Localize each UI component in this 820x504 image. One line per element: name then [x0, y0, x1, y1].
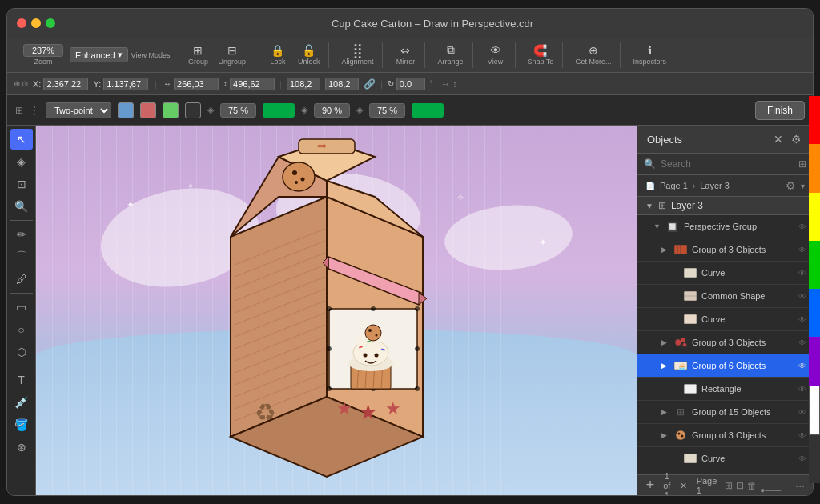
obj-row-group3-1[interactable]: ▶ Group of 3 Objects 👁 [637, 238, 813, 262]
persp-color-1[interactable] [118, 102, 134, 118]
persp-color-bar-2[interactable] [412, 103, 444, 118]
layer-options-button[interactable]: ⚙ [786, 179, 796, 192]
obj-vis-group15[interactable]: 👁 [798, 408, 806, 417]
remove-page-button[interactable]: × [678, 477, 688, 494]
alignment-button[interactable]: ⣿ Alignment [337, 42, 377, 68]
close-button[interactable] [17, 18, 26, 28]
obj-vis-curve-1[interactable]: 👁 [798, 269, 806, 278]
obj-vis-group6[interactable]: 👁 [798, 362, 806, 370]
finish-button[interactable]: Finish [755, 101, 805, 120]
zoom-slider[interactable]: ————●—— [760, 477, 792, 494]
ellipse-tool[interactable]: ○ [10, 319, 33, 340]
obj-toggle-perspective[interactable]: ▼ [653, 222, 661, 230]
ungroup-button[interactable]: ⊟ Ungroup [214, 42, 250, 68]
perspective-type-select[interactable]: Two-point [46, 102, 111, 118]
search-input[interactable] [661, 158, 794, 170]
palette-white[interactable] [809, 386, 813, 435]
lock-ratio-icon[interactable]: 🔗 [364, 78, 376, 90]
obj-toggle-group6[interactable]: ▶ [661, 362, 669, 370]
obj-row-curve-1[interactable]: Curve 👁 [637, 262, 813, 285]
lock-button[interactable]: 🔒 Lock [263, 42, 292, 68]
inspectors-button[interactable]: ℹ Inspectors [629, 42, 670, 68]
obj-row-group15[interactable]: ▶ ⊞ Group of 15 Objects 👁 [637, 401, 813, 424]
freehand-tool[interactable]: ✏ [10, 224, 33, 245]
obj-toggle-group3-2[interactable]: ▶ [661, 338, 669, 346]
y-input[interactable] [103, 78, 148, 90]
obj-vis-curve-3[interactable]: 👁 [798, 454, 806, 463]
interactive-tool[interactable]: ⊛ [10, 437, 33, 458]
opacity-2-input[interactable] [314, 103, 350, 118]
obj-vis-group3-1[interactable]: 👁 [798, 246, 806, 254]
obj-row-group3-2[interactable]: ▶ Group of 3 Objects 👁 [637, 331, 813, 354]
palette-green[interactable] [809, 241, 813, 289]
persp-color-bar-1[interactable] [263, 103, 295, 118]
get-more-button[interactable]: ⊕ Get More... [571, 42, 615, 68]
obj-toggle-group3-1[interactable]: ▶ [661, 246, 669, 254]
opacity-3-input[interactable] [369, 103, 405, 118]
opacity-1-input[interactable] [220, 103, 256, 118]
zoom-input[interactable] [23, 44, 63, 57]
persp-color-2[interactable] [140, 102, 156, 118]
canvas-area[interactable]: ✦ ✧ ✦ ✧ ✦ [36, 126, 637, 495]
eyedropper-tool[interactable]: 💉 [10, 392, 33, 413]
node-tool[interactable]: ◈ [10, 151, 33, 172]
add-page-button[interactable]: + [645, 477, 655, 494]
mirror-button[interactable]: ⇔ Mirror [391, 42, 420, 68]
obj-row-group6[interactable]: ▶ 🧁 Group of 6 Objects 👁 [637, 354, 813, 378]
palette-red[interactable] [809, 126, 813, 144]
status-icon-1[interactable]: ⊞ [725, 480, 733, 491]
view-button[interactable]: 👁 View [481, 42, 510, 68]
unlock-button[interactable]: 🔓 Unlock [294, 42, 324, 68]
palette-yellow[interactable] [809, 193, 813, 241]
obj-toggle-group15[interactable]: ▶ [661, 408, 669, 416]
obj-row-rectangle-1[interactable]: Rectangle 👁 [637, 378, 813, 401]
obj-vis-group3-2[interactable]: 👁 [798, 338, 806, 347]
group-button[interactable]: ⊞ Group [183, 42, 212, 68]
snap-to-button[interactable]: 🧲 Snap To [524, 42, 558, 68]
h2-input[interactable] [325, 78, 359, 90]
maximize-button[interactable] [46, 18, 55, 28]
arrange-button[interactable]: ⧉ Arrange [433, 42, 467, 68]
view-mode-button[interactable]: Enhanced ▾ [70, 47, 128, 62]
more-options-button[interactable]: ··· [795, 479, 805, 492]
bezier-tool[interactable]: ⌒ [10, 246, 33, 267]
obj-row-common-shape[interactable]: Common Shape 👁 [637, 285, 813, 308]
cursor-tool[interactable]: ↖ [10, 129, 33, 150]
x-input[interactable] [43, 78, 88, 90]
obj-row-perspective-group[interactable]: ▼ 🔲 Perspective Group 👁 [637, 215, 813, 238]
palette-purple[interactable] [809, 337, 813, 385]
minimize-button[interactable] [31, 18, 41, 28]
zoom-tool[interactable]: 🔍 [10, 196, 33, 217]
calligraphy-tool[interactable]: 🖊 [10, 269, 33, 290]
obj-row-curve-2[interactable]: Curve 👁 [637, 308, 813, 331]
obj-row-curve-3[interactable]: Curve 👁 [637, 447, 813, 470]
persp-color-4[interactable] [185, 102, 201, 118]
palette-orange[interactable] [809, 144, 813, 192]
h-input[interactable] [230, 78, 275, 90]
obj-vis-rectangle-1[interactable]: 👁 [798, 385, 806, 394]
obj-vis-curve-2[interactable]: 👁 [798, 315, 806, 324]
palette-black[interactable] [809, 435, 813, 483]
obj-vis-common-shape[interactable]: 👁 [798, 292, 806, 301]
obj-vis-group3-3[interactable]: 👁 [798, 431, 806, 440]
w2-input[interactable] [287, 78, 320, 90]
flip-h-icon[interactable]: ↔ [441, 78, 451, 90]
rotation-input[interactable] [396, 78, 425, 90]
flip-v-icon[interactable]: ↕ [452, 78, 457, 90]
palette-blue[interactable] [809, 289, 813, 337]
crop-tool[interactable]: ⊡ [10, 174, 33, 194]
panel-close-button[interactable]: ✕ [771, 132, 786, 146]
text-tool[interactable]: T [10, 370, 33, 390]
panel-settings-icon[interactable]: ⚙ [789, 132, 803, 146]
polygon-tool[interactable]: ⬡ [10, 342, 33, 362]
w-input[interactable] [174, 78, 219, 90]
rectangle-tool[interactable]: ▭ [10, 297, 33, 318]
obj-row-group3-3[interactable]: ▶ Group of 3 Objects 👁 [637, 424, 813, 447]
filter-icon[interactable]: ⊞ [798, 158, 806, 170]
layer-toggle[interactable]: ▼ [645, 202, 653, 210]
obj-toggle-group3-3[interactable]: ▶ [661, 431, 669, 439]
fill-tool[interactable]: 🪣 [10, 414, 33, 435]
status-icon-2[interactable]: ⊡ [736, 480, 744, 491]
obj-vis-perspective[interactable]: 👁 [798, 222, 806, 231]
zoom-control[interactable]: Zoom [18, 42, 68, 67]
